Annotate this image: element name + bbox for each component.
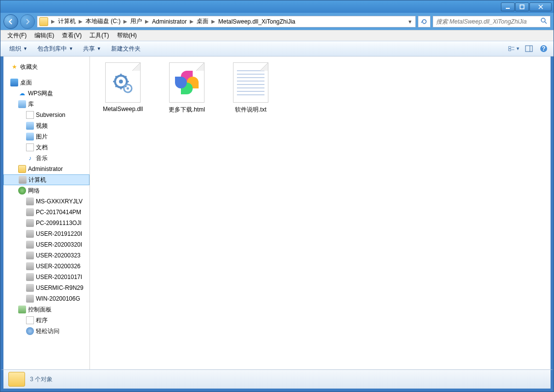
menu-view[interactable]: 查看(V) [58,30,86,41]
breadcrumb-item[interactable]: MetalSweep.dll_XiTongZhiJia [216,16,297,27]
chevron-right-icon: ▶ [50,19,56,24]
svg-line-20 [116,76,117,78]
breadcrumb-item[interactable]: 用户 [128,16,144,27]
preview-pane-button[interactable] [523,43,535,54]
desktop-icon [10,79,18,86]
computer-icon [26,208,34,216]
close-button[interactable] [529,2,552,11]
minimize-button[interactable] [501,2,515,11]
search-input[interactable] [436,18,540,25]
cloud-icon: ☁ [18,89,26,97]
forward-button[interactable] [20,14,35,29]
chevron-right-icon: ▶ [144,19,150,24]
file-name: MetalSweep.dll [103,106,143,112]
tree-music[interactable]: ♪音乐 [3,153,89,164]
tree-videos[interactable]: 视频 [3,120,89,131]
file-item-dll[interactable]: MetalSweep.dll [96,62,150,114]
tree-subversion[interactable]: Subversion [3,110,89,120]
tree-network-pc[interactable]: MS-GXKIXRYJLV [3,196,89,207]
control-panel-icon [18,306,26,313]
menu-edit[interactable]: 编辑(E) [30,30,58,41]
search-box[interactable] [433,16,551,28]
document-icon [26,111,34,119]
computer-icon [26,230,34,238]
address-row: ▶ 计算机 ▶ 本地磁盘 (C:) ▶ 用户 ▶ Administrator ▶… [0,13,554,30]
tree-network-pc[interactable]: PC-20170414PM [3,207,89,218]
svg-point-25 [127,87,129,90]
address-dropdown-icon[interactable]: ▾ [407,18,413,25]
file-item-html[interactable]: 更多下载.html [160,62,214,114]
tree-libraries[interactable]: 库 [3,99,89,110]
computer-icon [26,241,34,249]
txt-icon [233,62,268,103]
status-bar: 3 个对象 [0,369,554,392]
star-icon: ★ [10,63,18,71]
new-folder-button[interactable]: 新建文件夹 [106,43,146,55]
computer-icon [26,262,34,270]
tree-network-pc[interactable]: USER-20201017I [3,272,89,282]
view-options-button[interactable]: ▼ [508,43,520,54]
file-item-txt[interactable]: 软件说明.txt [224,62,278,114]
breadcrumb-item[interactable]: 桌面 [195,16,210,27]
navigation-tree[interactable]: ★收藏夹 桌面 ☁WPS网盘 库 Subversion 视频 图片 文档 ♪音乐… [3,56,90,369]
menu-file[interactable]: 文件(F) [3,30,30,41]
tree-network-pc[interactable]: WIN-20200106G [3,293,89,304]
tree-network-pc[interactable]: USER-20200320I [3,239,89,250]
tree-favorites[interactable]: ★收藏夹 [3,61,89,72]
tree-computer[interactable]: 计算机 [3,174,89,185]
ease-icon [26,327,34,335]
svg-point-15 [119,80,123,84]
breadcrumb-item[interactable]: 计算机 [56,16,78,27]
html-icon [169,62,204,103]
body: ★收藏夹 桌面 ☁WPS网盘 库 Subversion 视频 图片 文档 ♪音乐… [0,56,554,369]
chevron-right-icon: ▶ [122,19,128,24]
address-bar[interactable]: ▶ 计算机 ▶ 本地磁盘 (C:) ▶ 用户 ▶ Administrator ▶… [37,16,416,28]
explorer-window: ▶ 计算机 ▶ 本地磁盘 (C:) ▶ 用户 ▶ Administrator ▶… [0,0,554,392]
computer-icon [26,219,34,227]
share-button[interactable]: 共享▼ [78,43,106,55]
programs-icon [26,316,34,324]
folder-icon [39,17,48,26]
refresh-button[interactable] [418,16,431,28]
video-icon [26,122,34,130]
search-icon [540,17,547,26]
tree-desktop[interactable]: 桌面 [3,77,89,88]
svg-rect-6 [509,47,511,49]
tree-ease-of-access[interactable]: 轻松访问 [3,326,89,336]
file-list[interactable]: MetalSweep.dll 更多下载.html 软件说明.txt [90,56,551,369]
document-icon [26,143,34,151]
menu-help[interactable]: 帮助(H) [113,30,141,41]
svg-rect-10 [525,46,532,52]
tree-network-pc[interactable]: USERMIC-R9N29 [3,282,89,293]
svg-line-23 [125,76,126,78]
menu-tools[interactable]: 工具(T) [86,30,113,41]
computer-icon [26,252,34,259]
tree-network-pc[interactable]: USER-20200323 [3,250,89,261]
music-icon: ♪ [26,154,34,162]
toolbar: 组织▼ 包含到库中▼ 共享▼ 新建文件夹 ▼ ? [0,41,554,56]
help-button[interactable]: ? [538,43,550,54]
include-in-library-button[interactable]: 包含到库中▼ [32,43,78,55]
tree-pictures[interactable]: 图片 [3,131,89,142]
organize-button[interactable]: 组织▼ [4,43,32,55]
computer-icon [26,273,34,281]
tree-network-pc[interactable]: USER-20200326 [3,261,89,272]
svg-line-5 [545,22,547,24]
svg-text:?: ? [542,45,545,52]
menu-bar: 文件(F) 编辑(E) 查看(V) 工具(T) 帮助(H) [0,30,554,41]
tree-wps[interactable]: ☁WPS网盘 [3,88,89,99]
breadcrumb-item[interactable]: Administrator [150,16,189,27]
tree-network-pc[interactable]: PC-20991113OJI [3,218,89,228]
tree-control-panel[interactable]: 控制面板 [3,304,89,315]
tree-network-pc[interactable]: USER-20191220I [3,228,89,239]
tree-administrator[interactable]: Administrator [3,164,89,174]
file-name: 软件说明.txt [235,106,266,114]
back-button[interactable] [3,14,18,29]
status-text: 3 个对象 [30,375,53,384]
tree-documents[interactable]: 文档 [3,142,89,153]
tree-programs[interactable]: 程序 [3,315,89,326]
maximize-button[interactable] [515,2,529,11]
folder-icon [8,372,25,387]
tree-network[interactable]: 网络 [3,185,89,196]
breadcrumb-item[interactable]: 本地磁盘 (C:) [84,16,122,27]
